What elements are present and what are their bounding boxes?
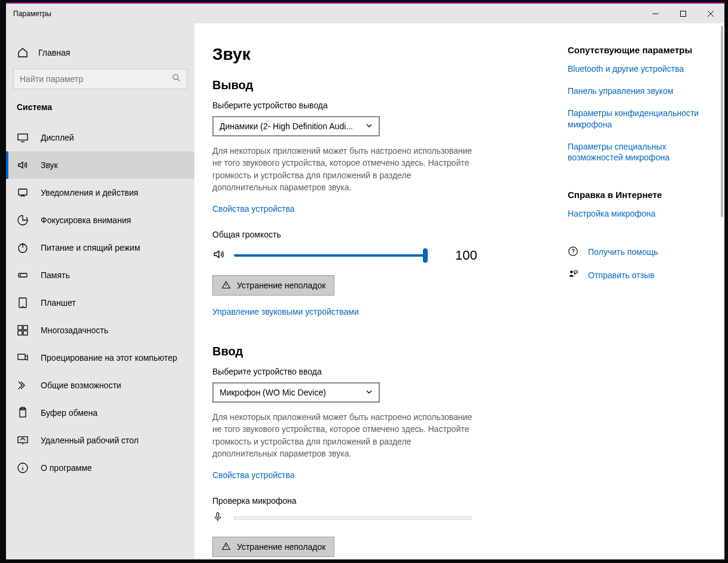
input-device-dropdown[interactable]: Микрофон (WO Mic Device) (212, 382, 380, 403)
display-icon (17, 132, 29, 144)
manage-output-devices-link[interactable]: Управление звуковыми устройствами (212, 307, 359, 317)
related-link-mic-privacy[interactable]: Параметры конфиденциальности микрофона (568, 108, 711, 130)
svg-point-12 (20, 275, 21, 276)
warning-icon (221, 541, 231, 553)
tablet-icon (17, 297, 29, 309)
svg-point-4 (173, 74, 178, 79)
search-input[interactable] (13, 69, 187, 89)
output-select-label: Выберите устройство вывода (212, 101, 550, 110)
sidebar: Главная Система Дисплей (6, 23, 194, 559)
web-help-heading: Справка в Интернете (568, 190, 711, 200)
output-device-properties-link[interactable]: Свойства устройства (212, 204, 295, 214)
nav-label: О программе (41, 463, 92, 473)
warning-icon (221, 280, 231, 291)
nav-label: Фокусировка внимания (41, 215, 131, 225)
nav-label: Проецирование на этот компьютер (41, 353, 177, 363)
search-icon (172, 74, 181, 84)
sound-icon (17, 159, 29, 171)
related-link-sound-panel[interactable]: Панель управления звуком (568, 86, 711, 97)
multitask-icon (17, 324, 29, 336)
settings-window: Параметры Главная (6, 2, 724, 559)
minimize-button[interactable] (642, 4, 669, 23)
main-content: Звук Вывод Выберите устройство вывода Ди… (194, 23, 724, 559)
chevron-down-icon (365, 121, 373, 131)
clipboard-icon (17, 407, 29, 419)
search-field[interactable] (20, 74, 167, 84)
button-label: Устранение неполадок (237, 542, 325, 552)
nav-label: Удаленный рабочий стол (41, 436, 139, 445)
sidebar-item-remote[interactable]: Удаленный рабочий стол (6, 427, 194, 454)
nav-label: Уведомления и действия (41, 188, 138, 197)
svg-rect-1 (681, 11, 686, 16)
scrollbar[interactable] (721, 26, 723, 217)
remote-icon (17, 434, 29, 446)
nav-label: Буфер обмена (41, 408, 98, 418)
get-help-button[interactable]: Получить помощь (568, 246, 711, 258)
svg-rect-18 (23, 331, 28, 335)
about-icon (17, 462, 29, 474)
mic-test-label: Проверка микрофона (212, 496, 550, 506)
sidebar-category: Система (6, 93, 194, 119)
sidebar-item-multitasking[interactable]: Многозадачность (6, 317, 194, 344)
input-description: Для некоторых приложений может быть наст… (212, 411, 476, 459)
dropdown-value: Динамики (2- High Definition Audi... (220, 121, 353, 131)
maximize-button[interactable] (669, 4, 697, 23)
nav-label: Планшет (41, 298, 76, 308)
home-label: Главная (38, 48, 70, 57)
button-label: Устранение неполадок (237, 281, 325, 290)
sidebar-item-display[interactable]: Дисплей (6, 124, 194, 151)
project-icon (17, 352, 29, 364)
svg-rect-17 (18, 331, 22, 335)
chevron-down-icon (365, 388, 373, 397)
notify-icon (17, 187, 29, 199)
svg-rect-8 (19, 189, 27, 195)
input-heading: Ввод (212, 345, 550, 358)
sidebar-item-notifications[interactable]: Уведомления и действия (6, 179, 194, 206)
svg-rect-28 (217, 513, 219, 518)
microphone-icon (212, 512, 223, 525)
related-link-mic-accessibility[interactable]: Параметры специальных возможностей микро… (568, 141, 711, 164)
svg-rect-16 (23, 325, 28, 330)
feedback-icon (568, 269, 578, 282)
output-troubleshoot-button[interactable]: Устранение неполадок (212, 275, 334, 296)
dropdown-value: Микрофон (WO Mic Device) (220, 388, 326, 397)
sidebar-item-shared[interactable]: Общие возможности (6, 372, 194, 399)
volume-value: 100 (455, 248, 477, 263)
sidebar-item-tablet[interactable]: Планшет (6, 289, 194, 317)
home-icon (17, 47, 29, 59)
right-rail: Сопутствующие параметры Bluetooth и друг… (568, 45, 711, 559)
nav-label: Звук (41, 160, 58, 170)
svg-rect-6 (18, 134, 28, 140)
related-link-bluetooth[interactable]: Bluetooth и другие устройства (568, 63, 711, 75)
help-label: Получить помощь (588, 246, 658, 258)
svg-line-5 (178, 79, 180, 81)
focus-icon (17, 214, 29, 226)
volume-slider[interactable] (234, 248, 425, 263)
sidebar-item-focus[interactable]: Фокусировка внимания (6, 206, 194, 234)
nav-label: Многозадачность (41, 325, 108, 335)
related-heading: Сопутствующие параметры (568, 45, 711, 55)
sidebar-item-clipboard[interactable]: Буфер обмена (6, 399, 194, 427)
sidebar-item-storage[interactable]: Память (6, 261, 194, 289)
window-title: Параметры (6, 10, 51, 18)
home-button[interactable]: Главная (6, 40, 194, 65)
output-device-dropdown[interactable]: Динамики (2- High Definition Audi... (212, 116, 380, 136)
titlebar: Параметры (6, 4, 724, 23)
nav-label: Дисплей (41, 133, 74, 142)
nav-label: Питание и спящий режим (41, 243, 140, 252)
mic-level-meter (234, 516, 472, 520)
close-button[interactable] (697, 4, 724, 23)
feedback-button[interactable]: Отправить отзыв (568, 269, 711, 282)
svg-rect-19 (18, 354, 25, 360)
input-device-properties-link[interactable]: Свойства устройства (212, 470, 295, 480)
sidebar-item-power[interactable]: Питание и спящий режим (6, 234, 194, 261)
web-link-mic-setup[interactable]: Настройка микрофона (568, 208, 711, 220)
sidebar-item-projecting[interactable]: Проецирование на этот компьютер (6, 344, 194, 372)
sidebar-item-about[interactable]: О программе (6, 454, 194, 482)
input-select-label: Выберите устройство ввода (212, 367, 550, 376)
input-troubleshoot-button[interactable]: Устранение неполадок (212, 537, 334, 557)
power-icon (17, 242, 29, 254)
storage-icon (17, 269, 29, 281)
sidebar-item-sound[interactable]: Звук (6, 151, 194, 179)
nav-label: Общие возможности (41, 381, 121, 390)
